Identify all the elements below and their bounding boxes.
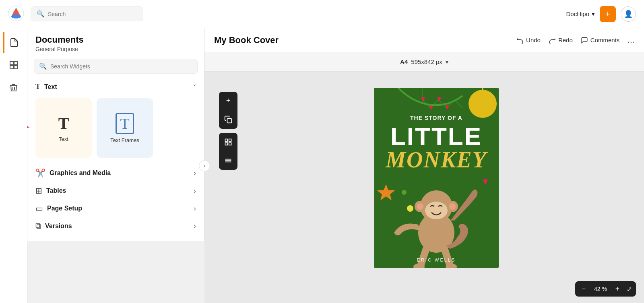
svg-rect-9 [225, 139, 228, 141]
panel-subtitle: General Purpose [35, 46, 196, 52]
canvas-toolbar: My Book Cover Undo Redo [204, 28, 644, 52]
page-size-bar: A4 595x842 px ▾ [204, 52, 644, 72]
text-widget-icon: T [58, 114, 69, 133]
logo[interactable] [8, 5, 24, 23]
svg-rect-5 [14, 66, 17, 69]
canvas-scroll[interactable]: + [204, 72, 644, 303]
undo-button[interactable]: Undo [516, 37, 541, 44]
svg-point-33 [425, 202, 448, 219]
panel-title: Documents [35, 35, 196, 45]
svg-point-37 [449, 203, 456, 210]
svg-text:MONKEY: MONKEY [385, 147, 488, 172]
toolbar-actions: Undo Redo Comments ... [516, 35, 634, 45]
graphics-media-chevron [194, 169, 196, 177]
user-icon: 👤 [624, 10, 633, 19]
book-cover[interactable]: THE STORY OF A LITTLE MONKEY [374, 88, 499, 268]
nav-right: DocHipo ▾ + 👤 [566, 6, 636, 22]
more-options-button[interactable]: ... [627, 35, 634, 45]
text-section-icon: T [35, 82, 40, 91]
zoom-out-button[interactable]: − [577, 282, 590, 296]
graphics-media-label: Graphics and Media [50, 169, 190, 177]
float-layers-button[interactable] [219, 151, 237, 170]
versions-label: Versions [45, 223, 190, 230]
float-tool-group-bottom [219, 133, 237, 170]
zoom-in-button[interactable]: + [611, 282, 624, 296]
text-widget-card[interactable]: T Text [35, 98, 92, 158]
canvas-area: My Book Cover Undo Redo [204, 28, 644, 303]
sidebar-item-document[interactable] [3, 32, 24, 53]
panel-header: Documents General Purpose [27, 35, 204, 54]
float-add-button[interactable]: + [219, 92, 237, 110]
search-bar[interactable]: 🔍 [31, 6, 143, 21]
redo-button[interactable]: Redo [549, 37, 573, 44]
svg-rect-12 [229, 142, 231, 145]
svg-rect-8 [227, 119, 232, 123]
widget-panel-wrapper: Documents General Purpose 🔍 T Text [27, 28, 204, 303]
svg-text:LITTLE: LITTLE [390, 122, 482, 150]
float-tool-group-top: + [219, 92, 237, 129]
svg-rect-11 [225, 142, 228, 145]
page-setup-label: Page Setup [47, 205, 190, 212]
main-layout: Documents General Purpose 🔍 T Text [0, 28, 644, 303]
text-frames-widget-card[interactable]: T Text Frames [97, 98, 153, 158]
zoom-bar: − 42 % + ⤢ [575, 281, 636, 297]
text-widget-label: Text [59, 136, 68, 142]
sidebar-item-trash[interactable] [3, 77, 24, 98]
svg-text:THE STORY OF A: THE STORY OF A [410, 115, 462, 121]
svg-rect-2 [10, 62, 13, 65]
document-title: My Book Cover [214, 35, 510, 45]
tables-chevron [194, 187, 196, 195]
graphics-media-icon: ✂️ [35, 168, 45, 178]
float-copy-button[interactable] [219, 110, 237, 129]
zoom-expand-button[interactable]: ⤢ [624, 285, 634, 293]
search-icon: 🔍 [37, 10, 45, 18]
add-button[interactable]: + [600, 6, 616, 22]
text-frames-widget-icon: T [116, 113, 134, 134]
tables-section[interactable]: ⊞ Tables [27, 182, 204, 200]
text-frames-widget-label: Text Frames [110, 137, 139, 143]
widget-search[interactable]: 🔍 [34, 59, 198, 74]
page-size-chevron[interactable]: ▾ [446, 59, 448, 65]
page-dimensions: 595x842 px [411, 58, 442, 65]
collapse-panel-button[interactable]: ‹ [199, 160, 210, 171]
svg-point-17 [469, 90, 497, 118]
svg-point-35 [417, 203, 423, 210]
icon-sidebar [0, 28, 27, 303]
page-setup-chevron [194, 204, 196, 213]
svg-rect-3 [14, 62, 17, 65]
zoom-value: 42 % [590, 286, 611, 292]
text-section-label: Text [44, 83, 189, 91]
svg-point-29 [402, 190, 407, 195]
text-section-chevron [193, 84, 196, 90]
svg-rect-4 [10, 66, 13, 69]
svg-point-30 [407, 205, 413, 212]
brand-label: DocHipo [566, 10, 589, 17]
tables-icon: ⊞ [35, 186, 42, 196]
versions-icon: ⧉ [35, 221, 41, 231]
user-avatar[interactable]: 👤 [621, 6, 636, 22]
text-widgets: T Text T Text Frames [27, 95, 204, 164]
page-format: A4 [400, 58, 408, 65]
book-cover-container: THE STORY OF A LITTLE MONKEY [374, 88, 499, 270]
float-grid-button[interactable] [219, 133, 237, 151]
brand-button[interactable]: DocHipo ▾ [566, 10, 595, 18]
sidebar-item-template[interactable] [3, 55, 24, 76]
page-setup-section[interactable]: ▭ Page Setup [27, 200, 204, 217]
text-section-header[interactable]: T Text [27, 78, 204, 95]
widget-search-icon: 🔍 [39, 62, 47, 70]
svg-rect-10 [229, 139, 231, 141]
versions-chevron [194, 222, 196, 230]
widget-panel: Documents General Purpose 🔍 T Text [27, 28, 204, 241]
floating-tools: + [219, 92, 237, 173]
svg-text:ERIC WELLS: ERIC WELLS [417, 258, 456, 262]
search-input[interactable] [48, 11, 137, 17]
svg-point-1 [11, 14, 21, 19]
graphics-media-section[interactable]: ✂️ Graphics and Media [27, 164, 204, 182]
comments-button[interactable]: Comments [581, 37, 620, 44]
tables-label: Tables [46, 187, 190, 194]
page-setup-icon: ▭ [35, 204, 43, 213]
widget-search-input[interactable] [50, 63, 192, 70]
brand-chevron-icon: ▾ [592, 10, 595, 18]
top-nav: 🔍 DocHipo ▾ + 👤 [0, 0, 644, 28]
versions-section[interactable]: ⧉ Versions [27, 217, 204, 235]
